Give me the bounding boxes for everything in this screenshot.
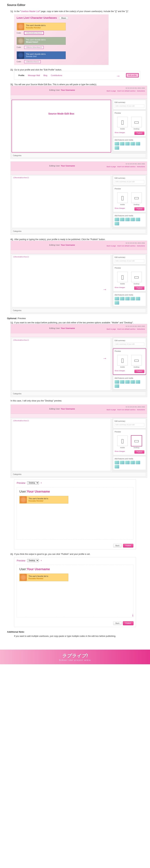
publish-button[interactable]: Publish xyxy=(134,131,144,135)
close-icon[interactable]: × xyxy=(41,482,42,484)
step-1-num: 1.) xyxy=(10,10,13,12)
ss1-title: Love Live! Character Userboxes xyxy=(17,16,57,19)
tab-blog[interactable]: Blog xyxy=(42,74,49,76)
step-1-text: In the "Userbox Master List" page, copy … xyxy=(14,10,129,12)
userbox-preview: This user's favorite idol isKousaka Hono… xyxy=(19,496,68,504)
close-icon[interactable]: × xyxy=(41,559,42,562)
code-kotori: {{KotoriUserbox}} xyxy=(24,46,44,49)
screenshot-userbox-list: Love Live! Character Userboxes Share Thi… xyxy=(14,14,109,65)
back-button[interactable]: Back xyxy=(113,544,122,548)
step-4: 4.) After pasting or typing the code(s),… xyxy=(7,238,143,241)
userbox-umi: This user's favorite idol isSonoda Umi! xyxy=(17,52,66,59)
optional-step-1: 1.) If you want to see the output before… xyxy=(7,321,143,324)
step-3: 3.) You will see your Source Mode Edit B… xyxy=(7,83,143,86)
code-umi: {{UmiUserbox}} xyxy=(24,60,41,63)
preview-panel-1: Preview Desktop × User:Your Username Thi… xyxy=(14,479,136,549)
final-publish-button[interactable]: Publish xyxy=(123,621,133,625)
screenshot-editor-empty: Editing User: Your Username 02 02 28 29 … xyxy=(10,86,147,159)
step-1: 1.) In the "Userbox Master List" page, c… xyxy=(7,10,143,12)
preview-title: User:Your Username xyxy=(19,490,131,493)
step-2: 2.) Go to your profile and click the "Ed… xyxy=(7,68,143,71)
screenshot-preview-options: Editing User: Your Username 02 02 28 29 … xyxy=(10,324,147,397)
share-button[interactable]: Share xyxy=(59,17,68,20)
editor-toolbar[interactable] xyxy=(11,95,147,99)
source-edit-box-filled[interactable]: {{HonokaUserbox}} xyxy=(12,176,111,228)
optional-step-2: 2.) If you think the output is good to g… xyxy=(7,553,143,555)
arrow-icon: → xyxy=(116,73,120,78)
avatar-honoka xyxy=(17,23,24,30)
preview-mobile[interactable]: ▯ xyxy=(117,117,128,127)
avatar-kotori xyxy=(17,37,24,44)
userbox-kotori: This user's favorite idol isMinami Kotor… xyxy=(17,37,66,45)
preview-desktop[interactable]: ▭ xyxy=(131,117,142,127)
screenshot-profile-tabs: Profile Message Wall Blog Contributions … xyxy=(14,71,140,80)
logo-main: ラブライブ! xyxy=(59,653,91,659)
preview-publish-button[interactable]: Publish xyxy=(123,544,133,548)
preview-label: Preview xyxy=(17,482,25,484)
avatar-umi xyxy=(17,52,24,59)
tab-contrib[interactable]: Contributions xyxy=(49,74,64,76)
publish-button-hl[interactable]: Publish xyxy=(134,286,144,290)
desktop-preview-hl[interactable]: ▭ xyxy=(131,436,142,446)
tab-profile[interactable]: Profile xyxy=(17,74,26,76)
screenshot-desktop-selected: Editing User: Your Username 02 02 28 29 … xyxy=(10,404,147,478)
tab-wall[interactable]: Message Wall xyxy=(26,74,42,76)
code-honoka: {{HonokaUserbox}} xyxy=(24,31,44,35)
preview-panel-2: Preview Desktop × User:Your Username Thi… xyxy=(14,557,136,627)
arrow-icon: → xyxy=(130,613,135,617)
page-title: Source Editor xyxy=(7,3,143,7)
edit-profile-button[interactable]: Edit profile xyxy=(126,73,139,77)
additional-heading: Additional Note: xyxy=(7,630,143,633)
summary-input[interactable]: Add a summary of your edit xyxy=(115,104,144,108)
logo-footer: ラブライブ! School idol project wikia xyxy=(0,650,150,664)
arrow-icon: → xyxy=(103,356,107,361)
master-list-link[interactable]: Userbox Master List xyxy=(21,10,40,12)
optional-note: In this case, I will only show you the "… xyxy=(7,400,143,402)
additional-text: If you want to add multiple userboxes, j… xyxy=(7,635,143,638)
optional-heading: Optional: Preview xyxy=(7,317,143,320)
source-edit-box[interactable]: Source Mode Edit Box xyxy=(12,100,111,152)
screenshot-editor-publish: Editing User: Your Username 02 02 28 29 … xyxy=(10,241,147,314)
screenshot-editor-filled: Editing User: Your Username 02 02 28 29 … xyxy=(10,161,147,235)
logo-sub: School idol project wikia xyxy=(59,659,91,661)
arrow-icon: → xyxy=(103,287,107,292)
userbox-honoka: This user's favorite idol isKousaka Hono… xyxy=(17,23,66,30)
preview-mode-select[interactable]: Desktop xyxy=(27,482,39,484)
